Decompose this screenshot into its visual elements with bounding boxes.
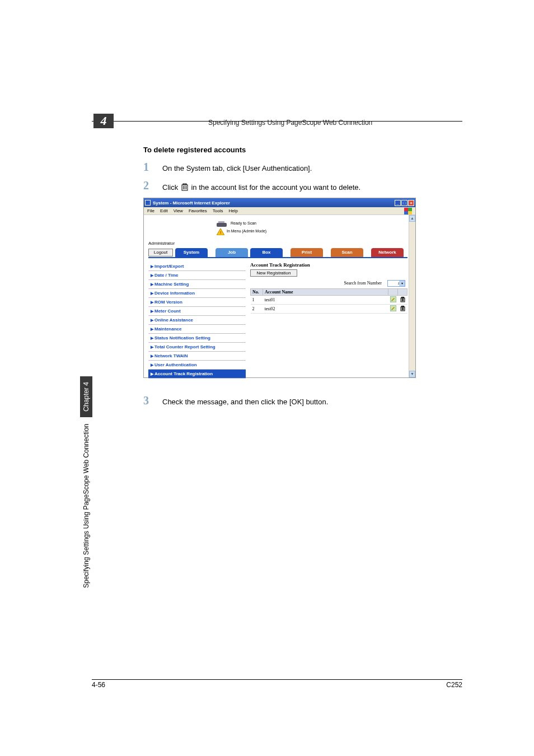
sidebar-item-date-time[interactable]: ▶Date / Time (148, 271, 246, 280)
sidebar-item-account-track[interactable]: ▶Account Track Registration (148, 370, 246, 379)
trash-icon (180, 183, 189, 192)
table-row: 1 test01 (251, 296, 407, 305)
svg-rect-1 (183, 184, 186, 185)
svg-rect-11 (401, 297, 404, 298)
trash-icon[interactable] (400, 296, 406, 302)
step-3-number: 3 (143, 394, 149, 407)
model-label: C252 (446, 681, 462, 689)
warning-icon: ! (217, 227, 224, 234)
row2-name: test02 (263, 305, 388, 314)
titlebar: System - Microsoft Internet Explorer _ □… (144, 198, 415, 207)
menu-help[interactable]: Help (228, 208, 237, 213)
scroll-down-icon[interactable]: ▼ (409, 371, 415, 377)
trash-icon[interactable] (400, 305, 406, 311)
step-1-text: On the System tab, click [User Authentic… (162, 164, 312, 172)
browser-window: System - Microsoft Internet Explorer _ □… (143, 198, 416, 378)
search-from-number-label: Search from Number (344, 281, 382, 286)
search-range-select[interactable]: 1-50▾ (387, 280, 405, 287)
menu-edit[interactable]: Edit (160, 208, 168, 213)
sidebar-item-device-info[interactable]: ▶Device Information (148, 289, 246, 298)
sidebar-item-machine-setting[interactable]: ▶Machine Setting (148, 280, 246, 289)
col-delete (398, 289, 407, 296)
tab-system[interactable]: System (175, 248, 208, 257)
col-account-name: Account Name (263, 289, 388, 296)
browser-body: ▲ ▼ Ready to Scan ! In Menu (Admin Mode)… (144, 215, 415, 377)
edit-icon[interactable] (390, 296, 396, 302)
footer-rule (92, 679, 462, 680)
menu-tools[interactable]: Tools (213, 208, 223, 213)
content-pane: Account Track Registration New Registrat… (250, 262, 407, 314)
side-long-title: Specifying Settings Using PageScope Web … (82, 424, 90, 588)
sidebar-item-user-auth[interactable]: ▶User Authentication (148, 361, 246, 370)
step-3-text: Check the message, and then click the [O… (162, 398, 328, 406)
row1-name: test01 (263, 296, 388, 305)
table-row: 2 test02 (251, 305, 407, 314)
chapter-number-badge: 4 (93, 114, 114, 128)
svg-rect-5 (217, 223, 227, 227)
new-registration-button[interactable]: New Registration (250, 269, 297, 277)
scanner-icon (217, 220, 228, 226)
menu-favorites[interactable]: Favorites (189, 208, 207, 213)
page-number: 4-56 (92, 681, 105, 689)
sidebar-item-import-export[interactable]: ▶Import/Export (148, 262, 246, 271)
side-margin-text: Specifying Settings Using PageScope Web … (80, 308, 92, 588)
col-no: No. (251, 289, 263, 296)
main-tabs: System Job Box Print Scan Network (175, 248, 404, 257)
account-table: No. Account Name 1 test01 2 test02 (250, 288, 407, 314)
step-2-number: 2 (143, 179, 149, 192)
ie-icon (145, 200, 151, 206)
tab-print[interactable]: Print (291, 248, 323, 257)
row1-no: 1 (251, 296, 263, 305)
edit-icon[interactable] (390, 305, 396, 311)
row2-no: 2 (251, 305, 263, 314)
sidebar-item-online-assist[interactable]: ▶Online Assistance (148, 316, 246, 325)
svg-rect-6 (218, 221, 224, 223)
scroll-up-icon[interactable]: ▲ (409, 215, 415, 222)
close-button[interactable]: × (408, 200, 414, 206)
step-2-post: in the account list for the account you … (191, 183, 360, 192)
menu-bar: File Edit View Favorites Tools Help (144, 207, 415, 215)
svg-rect-17 (401, 306, 404, 307)
menu-view[interactable]: View (174, 208, 183, 213)
status-admin-mode: In Menu (Admin Mode) (227, 229, 266, 233)
tab-scan[interactable]: Scan (331, 248, 363, 257)
tab-underline (148, 257, 407, 258)
menu-file[interactable]: File (147, 208, 154, 213)
step-1-number: 1 (143, 161, 149, 174)
sidebar-item-status-notif[interactable]: ▶Status Notification Setting (148, 334, 246, 343)
sidebar-item-maintenance[interactable]: ▶Maintenance (148, 325, 246, 334)
sidebar-item-network-twain[interactable]: ▶Network TWAIN (148, 352, 246, 361)
scrollbar[interactable]: ▲ ▼ (409, 215, 415, 377)
sidebar-item-meter-count[interactable]: ▶Meter Count (148, 307, 246, 316)
status-ready: Ready to Scan (231, 221, 256, 225)
windows-flag-icon (404, 208, 412, 214)
running-header-title: Specifying Settings Using PageScope Web … (208, 119, 372, 127)
step-2-text: Click in the account list for the accoun… (162, 183, 360, 192)
chevron-down-icon: ▾ (399, 281, 405, 286)
step-2-pre: Click (162, 183, 180, 192)
tab-box[interactable]: Box (250, 248, 283, 257)
svg-text:!: ! (220, 230, 221, 235)
maximize-button[interactable]: □ (401, 200, 407, 206)
sidebar: ▶Import/Export ▶Date / Time ▶Machine Set… (148, 262, 246, 379)
administrator-label: Administrator (148, 241, 175, 246)
minimize-button[interactable]: _ (395, 200, 401, 206)
section-heading: To delete registered accounts (143, 146, 246, 154)
window-title: System - Microsoft Internet Explorer (153, 200, 230, 206)
col-edit (388, 289, 398, 296)
sidebar-item-rom-version[interactable]: ▶ROM Version (148, 298, 246, 307)
tab-network[interactable]: Network (371, 248, 404, 257)
tab-job[interactable]: Job (216, 248, 248, 257)
content-title: Account Track Registration (250, 262, 407, 268)
sidebar-item-total-counter[interactable]: ▶Total Counter Report Setting (148, 343, 246, 352)
side-chapter-badge: Chapter 4 (80, 376, 92, 417)
logout-button[interactable]: Logout (148, 249, 173, 256)
